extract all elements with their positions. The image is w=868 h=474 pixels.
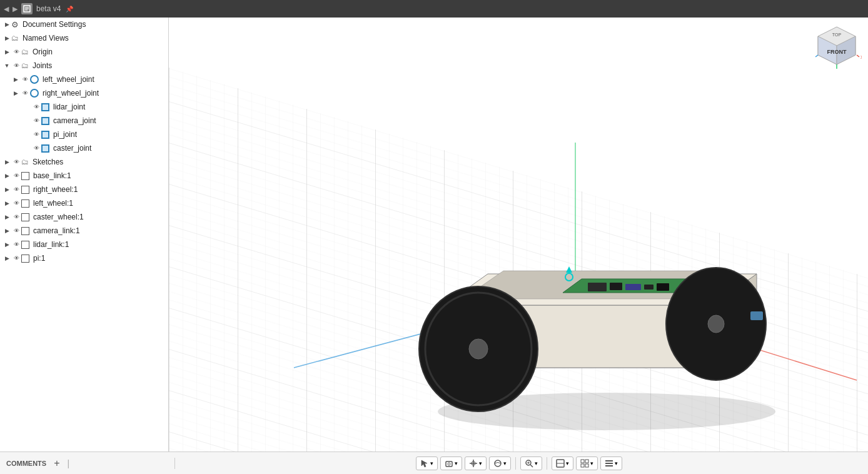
revolute-joint-icon <box>30 89 39 98</box>
sidebar-item-right-wheel[interactable]: right_wheel:1 <box>0 183 168 196</box>
eye-icon <box>31 116 41 126</box>
select-tool-button[interactable]: ▾ <box>416 456 438 470</box>
folder-icon: 🗂 <box>11 34 19 43</box>
sidebar-item-lidar-joint[interactable]: lidar_joint <box>0 100 168 114</box>
arrow-icon <box>3 199 11 208</box>
sidebar-item-joints[interactable]: 🗂 Joints <box>0 59 168 73</box>
sidebar-item-camera-joint[interactable]: camera_joint <box>0 114 168 128</box>
svg-point-57 <box>448 463 450 465</box>
arrow-icon <box>3 48 11 56</box>
sidebar-item-caster-joint[interactable]: caster_joint <box>0 141 168 155</box>
svg-rect-70 <box>605 460 613 461</box>
arrow-icon <box>3 226 11 235</box>
svg-rect-69 <box>585 464 588 467</box>
body-icon <box>21 186 29 194</box>
eye-icon <box>20 74 30 84</box>
svg-rect-31 <box>625 284 641 290</box>
eye-icon <box>20 88 30 98</box>
display-mode-button[interactable]: ▾ <box>552 456 573 470</box>
sidebar-item-pi[interactable]: pi:1 <box>0 251 168 265</box>
eye-icon <box>31 102 41 112</box>
add-comment-button[interactable]: + <box>51 458 62 469</box>
sidebar-item-origin[interactable]: 🗂 Origin <box>0 45 168 59</box>
fixed-joint-icon <box>41 117 49 125</box>
svg-point-40 <box>469 339 488 359</box>
sidebar-item-lidar-link[interactable]: lidar_link:1 <box>0 238 168 251</box>
eye-icon <box>11 184 21 194</box>
eye-icon <box>11 240 21 250</box>
body-icon <box>21 241 29 249</box>
fixed-joint-icon <box>41 103 49 111</box>
arrow-icon <box>3 254 11 263</box>
sidebar-item-document-settings[interactable]: ⚙ Document Settings <box>0 18 168 31</box>
orbit-tool-button[interactable]: ▾ <box>489 456 511 470</box>
svg-rect-68 <box>581 464 584 467</box>
svg-rect-29 <box>588 283 607 291</box>
separator <box>547 457 547 470</box>
svg-line-52 <box>857 55 859 57</box>
arrow-icon <box>3 185 11 194</box>
viewport[interactable]: 25 200 150 100 50 0 50 100 150 - 50 100 <box>169 18 868 451</box>
eye-icon <box>11 47 21 57</box>
sidebar-item-left-wheel[interactable]: left_wheel:1 <box>0 196 168 210</box>
svg-text:TOP: TOP <box>832 33 842 37</box>
grid-display-button[interactable]: ▾ <box>576 456 598 470</box>
back-arrow-icon[interactable]: ◀ <box>4 5 9 13</box>
capture-tool-button[interactable]: ▾ <box>440 456 462 470</box>
arrow-icon <box>3 240 11 249</box>
fixed-joint-icon <box>41 144 49 153</box>
eye-icon <box>11 61 21 71</box>
gear-icon: ⚙ <box>11 20 19 29</box>
sidebar-item-sketches[interactable]: 🗂 Sketches <box>0 155 168 169</box>
zoom-tool-button[interactable]: ▾ <box>520 456 542 470</box>
arrow-icon <box>3 20 11 29</box>
svg-text:X: X <box>860 55 862 59</box>
eye-icon <box>11 212 21 222</box>
sidebar-item-pi-joint[interactable]: pi_joint <box>0 128 168 141</box>
svg-rect-56 <box>446 461 452 466</box>
pan-tool-button[interactable]: ▾ <box>465 456 487 470</box>
eye-icon <box>31 143 41 153</box>
eye-icon <box>31 129 41 139</box>
eye-icon <box>11 253 21 263</box>
folder-icon: 🗂 <box>21 158 29 166</box>
svg-rect-67 <box>585 460 588 463</box>
svg-line-54 <box>815 55 818 57</box>
svg-rect-72 <box>605 465 613 466</box>
sidebar-item-named-views[interactable]: 🗂 Named Views <box>0 31 168 45</box>
separator <box>515 457 516 470</box>
sidebar-item-right-wheel-joint[interactable]: right_wheel_joint <box>0 86 168 100</box>
svg-text:FRONT: FRONT <box>827 49 847 55</box>
body-icon <box>21 255 29 263</box>
eye-icon <box>11 157 21 167</box>
svg-marker-45 <box>566 266 572 273</box>
sidebar-item-left-wheel-joint[interactable]: left_wheel_joint <box>0 73 168 86</box>
folder-icon: 🗂 <box>21 48 29 56</box>
forward-arrow-icon[interactable]: ▶ <box>13 5 18 13</box>
sidebar-item-caster-wheel[interactable]: caster_wheel:1 <box>0 210 168 224</box>
eye-icon <box>11 226 21 236</box>
svg-point-43 <box>708 315 724 333</box>
arrow-icon <box>3 34 11 43</box>
svg-rect-32 <box>644 285 654 290</box>
arrow-icon <box>3 158 11 166</box>
pin-icon: 📌 <box>66 6 73 13</box>
arrow-icon <box>3 171 11 180</box>
svg-rect-46 <box>750 311 763 320</box>
body-icon <box>21 213 29 221</box>
divider-icon: | <box>68 458 70 468</box>
sidebar-item-camera-link[interactable]: camera_link:1 <box>0 224 168 238</box>
eye-icon <box>11 171 21 181</box>
view-cube[interactable]: FRONT TOP X <box>812 24 862 74</box>
sidebar-item-base-link[interactable]: base_link:1 <box>0 169 168 183</box>
arrow-icon <box>11 89 20 98</box>
view-options-button[interactable]: ▾ <box>600 456 622 470</box>
top-bar: ◀ ▶ beta v4 📌 <box>0 0 868 18</box>
eye-icon <box>11 198 21 208</box>
main-area: ⚙ Document Settings 🗂 Named Views 🗂 Orig… <box>0 18 868 451</box>
bottom-center-tools: ▾ ▾ ▾ ▾ ▾ ▾ ▾ ▾ <box>176 456 862 470</box>
doc-icon <box>21 3 33 14</box>
svg-rect-71 <box>605 463 613 464</box>
revolute-joint-icon <box>30 75 39 84</box>
svg-rect-66 <box>581 460 584 463</box>
